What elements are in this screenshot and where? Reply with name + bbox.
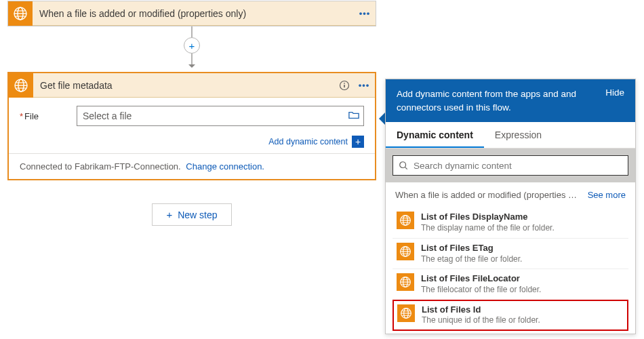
add-step-button[interactable]: + <box>184 37 200 54</box>
ftp-icon <box>397 212 414 229</box>
plus-icon: + <box>189 41 195 51</box>
dc-item-text: List of Files DisplayName The display na… <box>421 212 555 233</box>
group-header: When a file is added or modified (proper… <box>386 182 635 207</box>
search-bar <box>386 148 635 182</box>
search-input[interactable] <box>414 161 622 171</box>
new-step-label: New step <box>178 210 217 220</box>
dc-item-desc: The filelocator of the file or folder. <box>421 285 541 296</box>
connection-text: Connected to Fabrikam-FTP-Connection. <box>20 161 181 172</box>
dc-item-filelocator[interactable]: List of Files FileLocator The filelocato… <box>393 268 628 299</box>
dc-item-desc: The display name of the file or folder. <box>421 223 555 234</box>
dc-item-etag[interactable]: List of Files ETag The etag of the file … <box>393 238 628 268</box>
tab-expression[interactable]: Expression <box>484 122 552 148</box>
new-step-row: + New step <box>7 180 376 226</box>
action-title: Get file metadata <box>33 80 336 91</box>
ftp-icon <box>397 273 414 291</box>
change-connection-link[interactable]: Change connection. <box>186 161 264 172</box>
trigger-card: When a file is added or modified (proper… <box>7 1 376 26</box>
dc-item-desc: The unique id of the file or folder. <box>422 315 540 326</box>
connection-footer: Connected to Fabrikam-FTP-Connection. Ch… <box>9 153 375 179</box>
dc-item-desc: The etag of the file or folder. <box>421 254 522 265</box>
see-more-link[interactable]: See more <box>588 190 626 200</box>
panel-tabs: Dynamic content Expression <box>386 122 635 148</box>
new-step-button[interactable]: + New step <box>152 203 231 226</box>
dc-item-displayname[interactable]: List of Files DisplayName The display na… <box>393 207 628 237</box>
plus-icon: + <box>166 209 172 220</box>
ftp-icon <box>8 1 33 26</box>
dc-item-name: List of Files ETag <box>421 243 522 254</box>
svg-point-7 <box>344 82 345 83</box>
svg-line-9 <box>405 167 407 170</box>
action-header[interactable]: Get file metadata ••• <box>9 73 375 98</box>
file-input[interactable] <box>83 111 348 121</box>
dc-item-text: List of Files ETag The etag of the file … <box>421 243 522 264</box>
ftp-icon <box>397 304 415 322</box>
ftp-icon <box>397 243 414 260</box>
action-body: File <box>9 98 375 133</box>
ellipsis-icon[interactable]: ••• <box>353 80 375 90</box>
tab-dynamic[interactable]: Dynamic content <box>386 122 484 148</box>
param-label: File <box>20 111 77 121</box>
arrow-down-icon <box>188 62 196 72</box>
panel-header: Add dynamic content from the apps and an… <box>386 79 635 122</box>
dc-item-name: List of Files DisplayName <box>421 212 555 223</box>
ellipsis-icon[interactable]: ••• <box>354 8 376 18</box>
dc-item-text: List of Files Id The unique id of the fi… <box>422 304 540 326</box>
param-row-file: File <box>20 106 364 126</box>
connector-line <box>191 26 193 37</box>
dc-item-name: List of Files Id <box>422 304 540 316</box>
dc-item-text: List of Files FileLocator The filelocato… <box>421 273 541 295</box>
folder-icon[interactable] <box>348 111 359 122</box>
ftp-icon <box>9 73 33 98</box>
panel-header-text: Add dynamic content from the apps and an… <box>397 87 597 114</box>
search-icon <box>399 161 408 170</box>
dc-item-name: List of Files FileLocator <box>421 273 541 285</box>
file-input-wrap[interactable] <box>77 106 364 126</box>
trigger-header[interactable]: When a file is added or modified (proper… <box>8 1 376 26</box>
add-dynamic-row: Add dynamic content + <box>9 133 375 153</box>
svg-point-8 <box>400 162 406 168</box>
hide-button[interactable]: Hide <box>605 87 624 98</box>
action-card: Get file metadata ••• File Add dynamic c… <box>7 72 376 180</box>
dc-item-id[interactable]: List of Files Id The unique id of the fi… <box>393 300 628 331</box>
group-title: When a file is added or modified (proper… <box>395 190 581 200</box>
dc-items: List of Files DisplayName The display na… <box>386 207 635 334</box>
info-icon[interactable] <box>336 77 353 94</box>
search-box[interactable] <box>393 155 628 176</box>
trigger-title: When a file is added or modified (proper… <box>33 8 354 19</box>
connector: + <box>7 26 376 72</box>
add-dynamic-link[interactable]: Add dynamic content <box>268 137 348 146</box>
add-dynamic-button[interactable]: + <box>352 136 364 148</box>
dynamic-content-panel: Add dynamic content from the apps and an… <box>385 79 636 334</box>
